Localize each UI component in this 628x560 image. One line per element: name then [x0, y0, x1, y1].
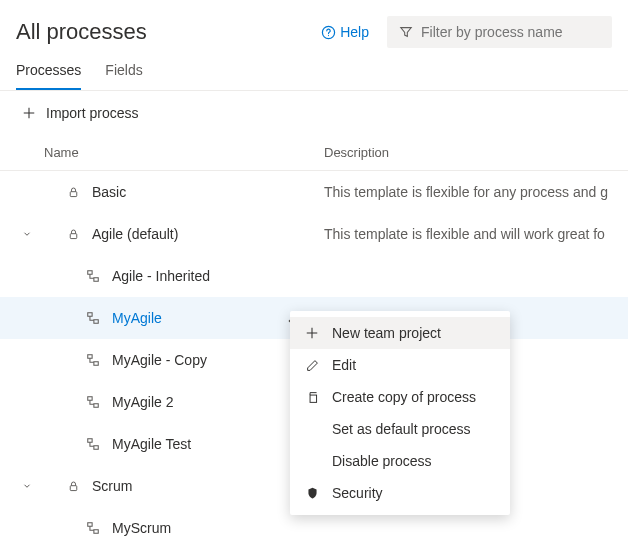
process-rows: BasicThis template is flexible for any p… [0, 171, 628, 549]
process-description: This template is flexible and will work … [324, 226, 612, 242]
process-name[interactable]: MyAgile [112, 310, 162, 326]
filter-box[interactable] [387, 16, 612, 48]
process-name[interactable]: MyAgile - Copy [112, 352, 207, 368]
process-name[interactable]: MyAgile 2 [112, 394, 173, 410]
svg-rect-20 [310, 395, 317, 402]
process-row[interactable]: BasicThis template is flexible for any p… [0, 171, 628, 213]
svg-rect-19 [94, 530, 98, 534]
process-name[interactable]: Agile (default) [92, 226, 178, 242]
menu-item-label: Create copy of process [332, 389, 476, 405]
tabs: Processes Fields [0, 48, 628, 91]
svg-rect-5 [94, 278, 98, 282]
process-name[interactable]: MyScrum [112, 520, 171, 536]
column-description-header: Description [324, 145, 612, 160]
help-icon [321, 25, 336, 40]
inherit-icon [84, 311, 102, 325]
process-description: This template is flexible for any proces… [324, 184, 612, 200]
svg-rect-3 [70, 233, 77, 238]
process-row[interactable]: Agile - Inherited [0, 255, 628, 297]
row-left: Agile - Inherited [20, 268, 324, 284]
row-left: Basic [20, 184, 324, 200]
process-name[interactable]: Agile - Inherited [112, 268, 210, 284]
svg-rect-17 [70, 485, 77, 490]
svg-rect-11 [88, 355, 92, 359]
page-header: All processes Help [0, 0, 628, 48]
row-left: Agile (default) [20, 226, 324, 242]
row-left: MyScrum [20, 520, 324, 536]
import-process-button[interactable]: Import process [0, 91, 628, 135]
inherit-icon [84, 395, 102, 409]
row-left: MyAgile 2 [20, 394, 324, 410]
table-header: Name Description [0, 135, 628, 171]
row-left: MyAgile Test [20, 436, 324, 452]
lock-icon [64, 480, 82, 493]
help-link[interactable]: Help [321, 24, 369, 40]
process-name[interactable]: Basic [92, 184, 126, 200]
copy-icon [304, 391, 320, 404]
process-name[interactable]: Scrum [92, 478, 132, 494]
chevron-down-icon[interactable] [20, 481, 34, 491]
svg-rect-2 [70, 191, 77, 196]
tab-processes[interactable]: Processes [16, 62, 81, 90]
filter-input[interactable] [421, 24, 600, 40]
row-left: Scrum [20, 478, 324, 494]
tab-fields[interactable]: Fields [105, 62, 142, 90]
plus-icon [304, 326, 320, 340]
inherit-icon [84, 521, 102, 535]
process-row[interactable]: Agile (default)This template is flexible… [0, 213, 628, 255]
inherit-icon [84, 437, 102, 451]
menu-item-create-copy-of-process[interactable]: Create copy of process [290, 381, 510, 413]
svg-rect-18 [88, 523, 92, 527]
menu-item-label: Security [332, 485, 383, 501]
lock-icon [64, 186, 82, 199]
svg-point-1 [328, 35, 329, 36]
shield-icon [304, 487, 320, 500]
chevron-down-icon[interactable] [20, 229, 34, 239]
menu-item-label: Edit [332, 357, 356, 373]
menu-item-edit[interactable]: Edit [290, 349, 510, 381]
row-left: MyAgile - Copy [20, 352, 324, 368]
menu-item-label: Disable process [332, 453, 432, 469]
page-title: All processes [16, 19, 147, 45]
menu-item-disable-process[interactable]: Disable process [290, 445, 510, 477]
svg-rect-7 [94, 320, 98, 324]
inherit-icon [84, 353, 102, 367]
menu-item-security[interactable]: Security [290, 477, 510, 509]
svg-rect-4 [88, 271, 92, 275]
lock-icon [64, 228, 82, 241]
svg-rect-12 [94, 362, 98, 366]
menu-item-set-as-default-process[interactable]: Set as default process [290, 413, 510, 445]
context-menu: New team projectEditCreate copy of proce… [290, 311, 510, 515]
svg-rect-13 [88, 397, 92, 401]
menu-item-new-team-project[interactable]: New team project [290, 317, 510, 349]
svg-rect-6 [88, 313, 92, 317]
pencil-icon [304, 359, 320, 372]
column-name-header: Name [44, 145, 324, 160]
plus-icon [22, 106, 36, 120]
row-left: MyAgile [20, 310, 324, 326]
filter-icon [399, 25, 413, 39]
svg-rect-14 [94, 404, 98, 408]
import-process-label: Import process [46, 105, 139, 121]
menu-item-label: New team project [332, 325, 441, 341]
svg-rect-16 [94, 446, 98, 450]
menu-item-label: Set as default process [332, 421, 471, 437]
svg-rect-15 [88, 439, 92, 443]
process-name[interactable]: MyAgile Test [112, 436, 191, 452]
inherit-icon [84, 269, 102, 283]
help-label: Help [340, 24, 369, 40]
